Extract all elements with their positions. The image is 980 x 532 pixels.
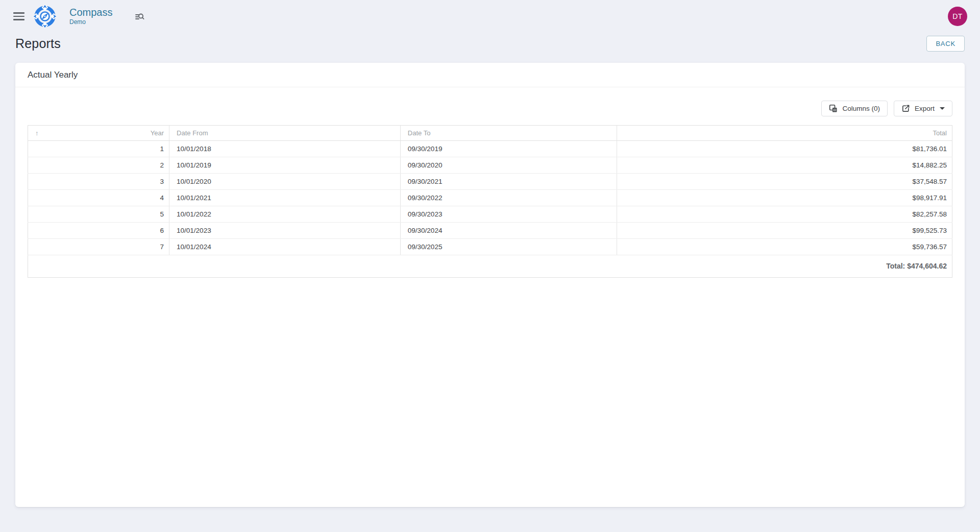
cell-year: 5 (28, 206, 169, 223)
columns-button[interactable]: Columns (0) (821, 101, 888, 116)
cell-year: 6 (28, 223, 169, 239)
export-button-label: Export (915, 105, 935, 112)
cell-total: $37,548.57 (617, 174, 952, 190)
table-toolbar: Columns (0) Export (28, 101, 952, 116)
cell-year: 4 (28, 190, 169, 206)
report-table: ↑ Year Date From Date To Total 1 10/01/2… (28, 125, 952, 278)
top-app-bar: Compass Demo DT (0, 0, 980, 33)
sort-asc-icon: ↑ (35, 129, 39, 137)
card-header: Actual Yearly (15, 63, 965, 87)
cell-date-to: 09/30/2025 (400, 239, 617, 255)
grand-total: Total: $474,604.62 (28, 255, 952, 278)
table-row: 4 10/01/2021 09/30/2022 $98,917.91 (28, 190, 952, 206)
cell-total: $14,882.25 (617, 157, 952, 174)
cell-date-from: 10/01/2024 (169, 239, 401, 255)
table-body: 1 10/01/2018 09/30/2019 $81,736.01 2 10/… (28, 141, 952, 255)
cell-date-to: 09/30/2023 (400, 206, 617, 223)
column-header-year[interactable]: ↑ Year (28, 126, 169, 141)
table-row: 5 10/01/2022 09/30/2023 $82,257.58 (28, 206, 952, 223)
export-icon (901, 104, 910, 113)
cell-total: $59,736.57 (617, 239, 952, 255)
cell-date-to: 09/30/2024 (400, 223, 617, 239)
cell-total: $81,736.01 (617, 141, 952, 157)
search-list-icon[interactable] (133, 10, 146, 23)
cell-date-to: 09/30/2022 (400, 190, 617, 206)
columns-icon (829, 104, 838, 113)
report-card: Actual Yearly Columns (0) (15, 63, 965, 507)
table-row: 6 10/01/2023 09/30/2024 $99,525.73 (28, 223, 952, 239)
cell-date-from: 10/01/2020 (169, 174, 401, 190)
column-header-total[interactable]: Total (617, 126, 952, 141)
cell-date-from: 10/01/2019 (169, 157, 401, 174)
cell-year: 7 (28, 239, 169, 255)
cell-year: 2 (28, 157, 169, 174)
cell-date-to: 09/30/2019 (400, 141, 617, 157)
dropdown-caret-icon (940, 107, 945, 110)
cell-date-from: 10/01/2022 (169, 206, 401, 223)
app-title: Compass (69, 7, 112, 18)
columns-button-label: Columns (0) (842, 105, 880, 112)
back-button[interactable]: BACK (926, 36, 965, 52)
cell-date-from: 10/01/2023 (169, 223, 401, 239)
report-title: Actual Yearly (28, 70, 952, 80)
table-header-row: ↑ Year Date From Date To Total (28, 126, 952, 141)
table-row: 7 10/01/2024 09/30/2025 $59,736.57 (28, 239, 952, 255)
avatar[interactable]: DT (948, 7, 967, 26)
cell-total: $98,917.91 (617, 190, 952, 206)
cell-date-from: 10/01/2018 (169, 141, 401, 157)
page-header: Reports BACK (0, 33, 980, 63)
cell-total: $99,525.73 (617, 223, 952, 239)
app-logo[interactable] (33, 4, 57, 29)
app-title-block: Compass Demo (69, 7, 112, 26)
cell-year: 3 (28, 174, 169, 190)
cell-date-to: 09/30/2021 (400, 174, 617, 190)
cell-total: $82,257.58 (617, 206, 952, 223)
page-title: Reports (15, 36, 61, 51)
column-header-date-to[interactable]: Date To (400, 126, 617, 141)
table-row: 3 10/01/2020 09/30/2021 $37,548.57 (28, 174, 952, 190)
compass-logo-icon (33, 4, 57, 29)
table-row: 1 10/01/2018 09/30/2019 $81,736.01 (28, 141, 952, 157)
menu-icon[interactable] (13, 10, 26, 22)
column-header-date-from[interactable]: Date From (169, 126, 401, 141)
export-button[interactable]: Export (894, 101, 952, 116)
table-row: 2 10/01/2019 09/30/2020 $14,882.25 (28, 157, 952, 174)
app-subtitle: Demo (69, 19, 112, 26)
cell-date-to: 09/30/2020 (400, 157, 617, 174)
card-body: Columns (0) Export (15, 87, 965, 278)
cell-date-from: 10/01/2021 (169, 190, 401, 206)
cell-year: 1 (28, 141, 169, 157)
table-footer-row: Total: $474,604.62 (28, 255, 952, 278)
